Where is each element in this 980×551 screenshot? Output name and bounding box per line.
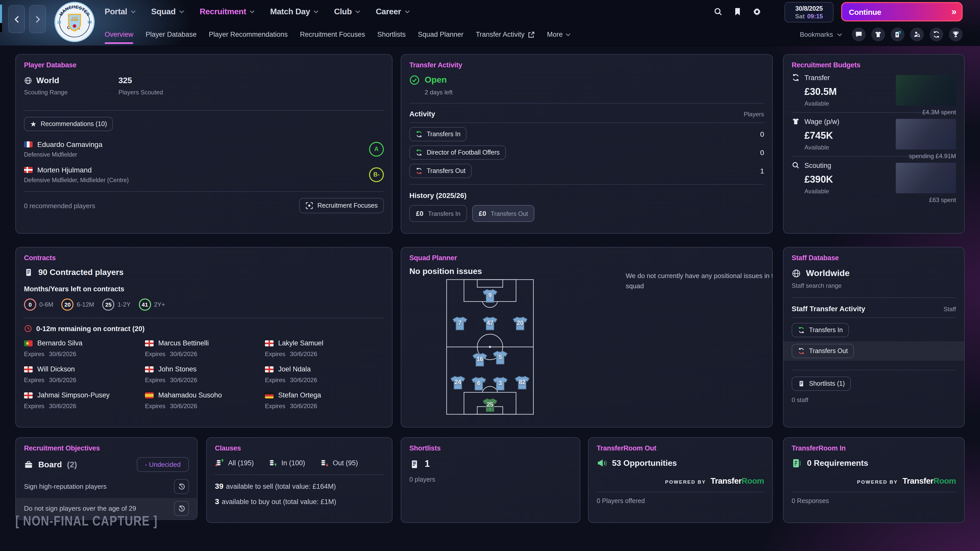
nav-squad[interactable]: Squad [151,7,184,16]
clauses-out-tab[interactable]: Out (95) [320,458,358,467]
staff-transfers-out-row[interactable]: Transfers Out [783,341,964,361]
bookmarks-dropdown[interactable]: Bookmarks [800,30,842,38]
objective-history-button[interactable] [174,501,189,516]
objective-row[interactable]: Sign high-reputation players [24,476,189,497]
formation-shirt[interactable]: 16 [471,352,488,367]
wage-budget-section: Wage (p/w) £745K Available spending £4.9… [792,113,956,156]
formation-shirt-goalkeeper[interactable]: 25 [481,397,499,413]
contract-cell[interactable]: John StonesExpires30/6/2026 [145,365,265,384]
tab-transfer-activity[interactable]: Transfer Activity [476,30,535,38]
bookmark-icon[interactable] [733,7,742,16]
transfers-out-button[interactable]: Transfers Out [409,164,472,178]
contract-cell[interactable]: Mahamadou SusohoExpires30/6/2026 [145,391,265,410]
history-icon [178,505,185,512]
transfer-budget-chart [896,75,956,106]
tab-recruitment-focuses[interactable]: Recruitment Focuses [300,30,365,38]
tab-shortlists[interactable]: Shortlists [377,30,406,38]
nav-portal[interactable]: Portal [105,7,136,16]
contract-cell[interactable]: Lakyle SamuelExpires30/6/2026 [265,339,384,358]
inbox-shortcut[interactable] [852,27,865,41]
continue-button[interactable]: Continue » [841,2,963,21]
contract-cell[interactable]: Bernardo SilvaExpires30/6/2026 [24,339,145,358]
recommended-player-row[interactable]: Morten Hjulmand Defensive Midfielder, Mi… [24,162,384,187]
contract-cell[interactable]: Jahmai Simpson-PuseyExpires30/6/2026 [24,391,145,410]
gear-icon[interactable] [752,7,762,16]
tab-player-database[interactable]: Player Database [146,30,197,38]
objective-history-button[interactable] [174,479,189,494]
recruitment-focuses-button[interactable]: Recruitment Focuses [299,198,384,213]
search-icon[interactable] [714,7,723,16]
nation-flag [24,167,33,173]
formation-shirt[interactable]: 6 [470,376,487,391]
staff-transfers-in-button[interactable]: Transfers In [792,323,849,337]
staff-transfers-out-button[interactable]: Transfers Out [792,344,854,358]
formation-shirt[interactable]: 20 [511,316,529,331]
player-name: Morten Hjulmand [37,166,92,174]
badge-0-6m: 0 [24,299,36,311]
scout-rating-badge: A [369,141,384,156]
tab-player-recommendations[interactable]: Player Recommendations [209,30,288,38]
scouting-shortcut[interactable] [910,27,924,41]
clauses-all-tab[interactable]: All (195) [215,458,254,467]
formation-shirt[interactable]: 7 [451,316,469,331]
star-icon: ★ [30,121,37,127]
clauses-panel: Clauses All (195) In (100) Out (95) 39av… [206,437,393,523]
game-time: 09:15 [807,13,823,20]
nav-recruitment[interactable]: Recruitment [200,7,255,16]
dof-offers-button[interactable]: Director of Football Offers [409,145,506,160]
formation-shirt[interactable]: 82 [514,375,531,390]
transfers-out-count: 1 [760,167,764,175]
staff-column-header: Staff [943,306,956,313]
formation-shirt[interactable]: 24 [449,375,466,390]
chevron-down-icon [313,10,319,13]
tab-more[interactable]: More [547,30,571,38]
formation-shirt[interactable]: 9 [481,288,499,303]
badge-2y-plus: 41 [138,299,151,311]
tab-squad-planner[interactable]: Squad Planner [418,30,463,38]
transfers-in-button[interactable]: Transfers In [409,127,466,141]
formation-shirt[interactable]: 5 [492,350,509,365]
contract-cell[interactable]: Marcus BettinelliExpires30/6/2026 [145,339,265,358]
coins-all-icon [215,458,224,467]
sync-icon [932,30,940,38]
transfers-shortcut[interactable] [891,27,904,41]
badge-1-2y: 25 [102,299,115,311]
nav-match-day[interactable]: Match Day [270,7,318,16]
trophy-icon [952,30,959,38]
continue-label: Continue [849,7,881,16]
contract-cell[interactable]: Stefan OrtegaExpires30/6/2026 [265,391,384,410]
history-transfers-in-button[interactable]: £0 Transfers In [409,205,467,222]
competitions-shortcut[interactable] [949,27,963,41]
recommended-player-row[interactable]: Eduardo Camavinga Defensive Midfielder A [24,136,384,162]
game-date-widget[interactable]: 30/8/2025 Sat09:15 [784,2,834,22]
coins-in-icon [268,458,277,467]
squad-planner-panel: Squad Planner No position issues We do n… [401,247,773,427]
recommendations-button[interactable]: ★ Recommendations (10) [24,117,113,131]
nation-flag [24,366,33,372]
history-header: History (2025/26) [409,191,764,200]
shirt-icon [792,118,800,125]
chevron-down-icon [250,10,255,13]
formation-shirt[interactable]: 47 [481,316,499,331]
contract-cell[interactable]: Will DicksonExpires30/6/2026 [24,365,145,384]
dof-offers-count: 0 [760,148,764,157]
nation-flag [145,340,154,346]
nav-club[interactable]: Club [334,7,361,16]
external-link-icon [528,31,535,38]
contract-cell[interactable]: Joel NdalaExpires30/6/2026 [265,365,384,384]
staff-database-panel: Staff Database Worldwide Staff search ra… [783,247,965,427]
nation-flag [265,340,274,346]
clauses-in-tab[interactable]: In (100) [268,458,305,467]
squad-shortcut[interactable] [871,27,885,41]
refresh-shortcut[interactable] [929,27,943,41]
formation-shirt[interactable]: 3 [492,376,509,391]
nav-career[interactable]: Career [375,7,410,16]
staff-shortlists-button[interactable]: Shortlists (1) [792,376,851,391]
history-transfers-out-button[interactable]: £0 Transfers Out [472,205,535,222]
undecided-status-button[interactable]: - Undecided [137,457,189,472]
players-column-header: Players [744,111,764,118]
chevron-down-icon [566,33,571,36]
tab-overview[interactable]: Overview [105,30,134,38]
staff-count-note: 0 staff [792,396,956,403]
board-label: Board [38,460,62,469]
